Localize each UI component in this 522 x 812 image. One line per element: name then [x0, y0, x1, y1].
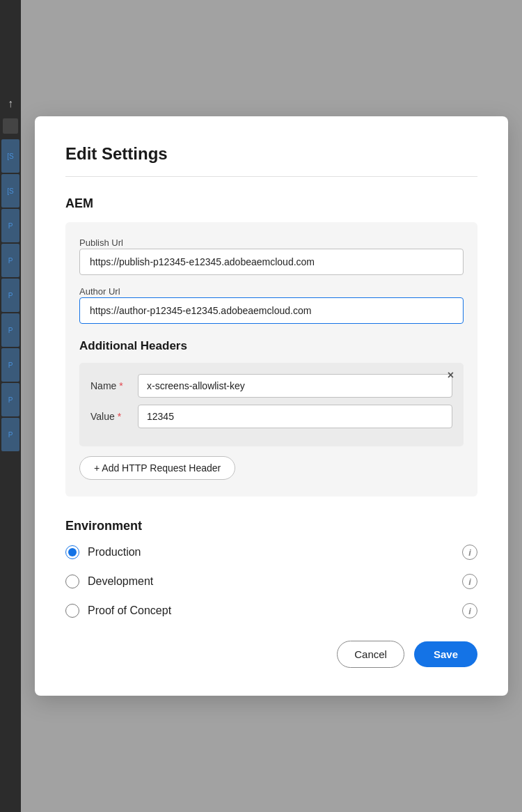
header-value-input[interactable] [138, 405, 452, 428]
production-label: Production [88, 546, 454, 559]
sidebar-item-label-1: [S [5, 151, 15, 162]
value-row: Value * [90, 405, 452, 428]
sidebar-rows: [S [S P P P P P P P [0, 139, 21, 451]
sidebar-item-1[interactable]: [S [1, 139, 19, 173]
proof-of-concept-info-icon[interactable]: i [462, 603, 477, 618]
publish-url-label: Publish Url [79, 237, 123, 248]
environment-section-title: Environment [65, 519, 477, 533]
modal-footer: Cancel Save [65, 641, 477, 668]
author-url-input[interactable] [79, 297, 464, 324]
additional-headers-title: Additional Headers [79, 339, 464, 353]
name-required-star: * [119, 380, 122, 391]
development-radio[interactable] [65, 575, 79, 588]
sidebar-item-label-6: P [6, 325, 15, 336]
modal-overlay: Edit Settings AEM Publish Url Author Url… [21, 0, 522, 812]
close-header-button[interactable]: × [448, 370, 454, 381]
production-option: Production i [65, 545, 477, 560]
publish-url-input[interactable] [79, 249, 464, 275]
name-label: Name * [90, 380, 131, 391]
value-required-star: * [118, 411, 121, 422]
sidebar-item-7[interactable]: P [1, 348, 19, 382]
proof-of-concept-radio[interactable] [65, 604, 79, 618]
sidebar-item-6[interactable]: P [1, 313, 19, 347]
proof-of-concept-option: Proof of Concept i [65, 603, 477, 618]
sidebar-item-2[interactable]: [S [1, 174, 19, 208]
headers-box: × Name * Value * [79, 363, 464, 446]
sidebar-item-label-2: [S [5, 186, 15, 196]
edit-settings-modal: Edit Settings AEM Publish Url Author Url… [35, 116, 508, 696]
sidebar-item-label-9: P [6, 430, 15, 440]
save-button[interactable]: Save [414, 641, 477, 667]
environment-section: Environment Production i Development i [65, 519, 477, 618]
author-url-label: Author Url [79, 286, 120, 297]
value-label: Value * [90, 411, 131, 422]
sidebar-item-9[interactable]: P [1, 418, 19, 451]
sidebar-item-8[interactable]: P [1, 383, 19, 416]
aem-section-title: AEM [65, 196, 477, 211]
title-divider [65, 176, 477, 177]
sidebar-item-4[interactable]: P [1, 244, 19, 277]
sidebar-icon-block [3, 118, 18, 134]
sidebar-item-label-7: P [6, 360, 15, 370]
development-label: Development [88, 575, 454, 588]
sidebar-item-label-4: P [6, 256, 15, 266]
production-radio[interactable] [65, 545, 79, 559]
sidebar-item-label-3: P [6, 221, 15, 231]
development-info-icon[interactable]: i [462, 574, 477, 589]
sidebar-up-arrow[interactable]: ↑ [8, 97, 13, 110]
production-info-icon[interactable]: i [462, 545, 477, 560]
proof-of-concept-label: Proof of Concept [88, 604, 454, 617]
sidebar-item-label-8: P [6, 395, 15, 405]
add-http-header-button[interactable]: + Add HTTP Request Header [79, 456, 235, 480]
sidebar-item-5[interactable]: P [1, 279, 19, 312]
sidebar-item-label-5: P [6, 290, 15, 301]
modal-title: Edit Settings [65, 144, 477, 164]
cancel-button[interactable]: Cancel [337, 641, 404, 668]
aem-section-box: Publish Url Author Url Additional Header… [65, 222, 477, 497]
development-option: Development i [65, 574, 477, 589]
sidebar: ↑ [S [S P P P P P P P [0, 0, 21, 812]
header-name-input[interactable] [138, 374, 452, 398]
name-row: Name * [90, 374, 452, 398]
sidebar-item-3[interactable]: P [1, 209, 19, 242]
